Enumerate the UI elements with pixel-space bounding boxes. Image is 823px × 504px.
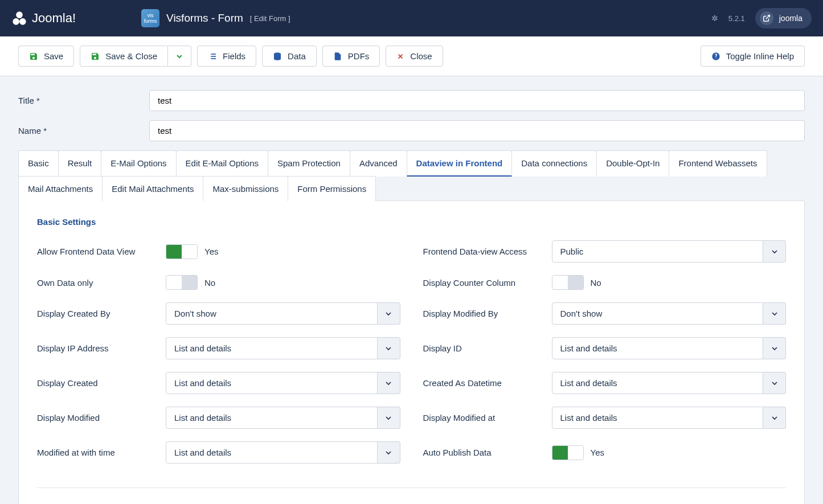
fields-label: Fields [223,51,245,61]
close-icon [396,52,404,60]
database-icon [273,52,282,61]
display-modified-at-row: Display Modified at List and details [423,407,787,429]
name-row: Name * [18,120,805,141]
header-right: ✲ 5.2.1 joomla [711,8,812,28]
display-modified-label: Display Modified [37,413,157,423]
save-icon [91,52,100,61]
tab-frontend-webassets[interactable]: Frontend Webassets [669,150,767,177]
created-datetime-select[interactable]: List and details [552,372,787,394]
display-id-value[interactable]: List and details [552,337,764,359]
allow-frontend-label: Allow Frontend Data View [37,247,157,256]
allow-frontend-toggle[interactable] [166,244,198,259]
frontend-access-select[interactable]: Public [552,240,787,263]
joomla-version-icon: ✲ [711,14,718,23]
save-button[interactable]: Save [18,46,74,67]
chevron-down-icon [763,372,786,394]
user-menu[interactable]: joomla [755,8,812,28]
modified-at-time-select[interactable]: List and details [166,441,400,464]
save-close-dropdown[interactable] [168,46,191,67]
display-modified-by-select[interactable]: Don't show [552,302,787,325]
display-modified-row: Display Modified List and details [37,407,400,429]
page-title: Visforms - Form [166,12,243,24]
own-data-row: Own Data only No [37,275,400,290]
display-id-row: Display ID List and details [423,337,787,359]
name-input[interactable] [149,120,805,141]
display-created-row: Display Created List and details [37,372,400,394]
display-created-by-value[interactable]: Don't show [166,302,378,325]
external-link-icon [760,11,773,25]
display-modified-select[interactable]: List and details [166,407,400,429]
own-data-toggle[interactable] [166,275,198,290]
chevron-down-icon [763,240,786,263]
tab-result[interactable]: Result [58,150,102,177]
created-datetime-row: Created As Datetime List and details [423,372,787,394]
display-counter-value: No [591,278,601,288]
chevron-down-icon [763,407,786,429]
tab-basic[interactable]: Basic [18,150,59,177]
data-button[interactable]: Data [262,46,317,67]
display-created-by-select[interactable]: Don't show [166,302,400,325]
close-button[interactable]: Close [386,46,443,67]
tab-max-submissions[interactable]: Max-submissions [203,176,288,201]
display-counter-toggle[interactable] [552,275,584,290]
own-data-label: Own Data only [37,278,157,288]
display-id-label: Display ID [423,343,543,353]
auto-publish-toggle[interactable] [552,445,584,460]
tab-edit-email-options[interactable]: Edit E-Mail Options [176,150,268,177]
header-bar: Joomla! visforms Visforms - Form [ Edit … [0,0,823,36]
tab-edit-mail-attachments[interactable]: Edit Mail Attachments [102,176,203,201]
auto-publish-label: Auto Publish Data [423,448,543,457]
chevron-down-icon [378,407,400,429]
display-created-by-row: Display Created By Don't show [37,302,400,325]
header-left: Joomla! visforms Visforms - Form [ Edit … [11,9,290,27]
tab-email-options[interactable]: E-Mail Options [101,150,176,177]
display-created-value[interactable]: List and details [166,372,378,394]
tab-data-connections[interactable]: Data connections [511,150,597,177]
save-close-label: Save & Close [105,51,157,61]
auto-publish-row: Auto Publish Data Yes [423,441,787,464]
frontend-access-label: Frontend Data-view Access [423,247,543,256]
display-modified-by-value[interactable]: Don't show [552,302,764,325]
display-id-select[interactable]: List and details [552,337,787,359]
toolbar: Save Save & Close Fields Data PDFs Close [0,36,823,76]
toggle-help-button[interactable]: Toggle Inline Help [701,46,805,67]
title-label: Title * [18,96,138,105]
content-area: Title * Name * Basic Result E-Mail Optio… [0,76,823,504]
display-modified-at-value[interactable]: List and details [552,407,764,429]
display-created-by-label: Display Created By [37,309,157,318]
frontend-access-value[interactable]: Public [552,240,764,263]
section-divider [37,487,786,488]
chevron-down-icon [378,302,400,325]
display-created-select[interactable]: List and details [166,372,400,394]
close-label: Close [410,51,432,61]
tab-dataview-frontend[interactable]: Dataview in Frontend [407,150,513,177]
display-ip-value[interactable]: List and details [166,337,378,359]
pdfs-button[interactable]: PDFs [322,46,380,67]
pdfs-label: PDFs [348,51,370,61]
username: joomla [779,14,802,23]
save-close-button[interactable]: Save & Close [80,46,168,67]
tab-mail-attachments[interactable]: Mail Attachments [18,176,103,201]
title-input[interactable] [149,90,805,111]
file-icon [333,52,342,61]
display-ip-select[interactable]: List and details [166,337,400,359]
created-datetime-value[interactable]: List and details [552,372,764,394]
chevron-down-icon [763,337,786,359]
tab-advanced[interactable]: Advanced [350,150,407,177]
display-modified-value[interactable]: List and details [166,407,378,429]
display-counter-label: Display Counter Column [423,278,543,288]
display-modified-at-select[interactable]: List and details [552,407,787,429]
version-text: 5.2.1 [728,14,745,23]
fields-button[interactable]: Fields [197,46,256,67]
joomla-logo[interactable]: Joomla! [11,10,76,26]
tab-double-optin[interactable]: Double-Opt-In [596,150,669,177]
modified-at-time-label: Modified at with time [37,448,157,457]
name-label: Name * [18,126,138,136]
brand-text: Joomla! [32,11,76,26]
tab-form-permissions[interactable]: Form Permissions [288,176,376,201]
modified-at-time-value[interactable]: List and details [166,441,378,464]
title-row: Title * [18,90,805,111]
help-icon [711,52,720,61]
tab-spam-protection[interactable]: Spam Protection [268,150,350,177]
section-title: Basic Settings [37,217,786,227]
